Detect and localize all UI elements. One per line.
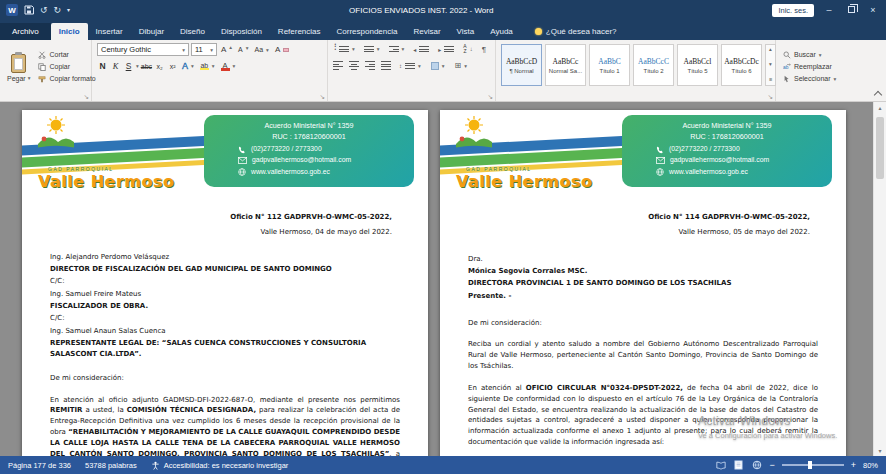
bold-button[interactable]: N <box>97 61 108 71</box>
paste-button[interactable]: Pegar▾ <box>5 43 32 90</box>
chevron-down-icon: ▾ <box>28 75 31 81</box>
minimize-button[interactable]: – <box>822 5 836 15</box>
word-window: W ↺ ↻ ▾ OFICIOS ENVIADOS INST. 2022 - Wo… <box>0 0 886 474</box>
font-color-button[interactable]: A▾ <box>219 61 238 72</box>
font-size-combo[interactable]: 11▾ <box>191 43 217 56</box>
multilevel-list-button[interactable]: ▾ <box>387 45 407 53</box>
italic-button[interactable]: K <box>110 61 121 71</box>
scroll-down-icon[interactable]: ▾ <box>874 447 886 454</box>
page-indicator[interactable]: Página 177 de 336 <box>8 461 71 470</box>
tab-dibujar[interactable]: Dibujar <box>131 23 172 40</box>
borders-button[interactable]: ⊞▾ <box>453 60 469 71</box>
shading-button[interactable]: ▾ <box>429 61 447 71</box>
style-titulo-2[interactable]: AaBbCcCTítulo 2 <box>633 44 674 86</box>
recipient-line: Ing. Samuel Anaun Salas Cuenca <box>50 326 400 337</box>
style-normal[interactable]: AaBbCcD¶ Normal <box>501 44 542 86</box>
group-parrafo: ▾ ▾ ▾ ◂ ▸ AZ↓ ¶ ↕▾ ▾ ⊞▾ ↘ <box>328 40 496 101</box>
web-layout-button[interactable] <box>751 460 762 471</box>
highlight-button[interactable]: ab▾ <box>198 61 217 72</box>
tab-vista[interactable]: Vista <box>449 23 483 40</box>
sort-button[interactable]: AZ↓ <box>461 43 474 55</box>
sign-in-button[interactable]: Inic. ses. <box>772 4 814 17</box>
document-page-2[interactable]: GAD PARROQUIAL Valle Hermoso Acuerdo Min… <box>440 110 846 456</box>
read-mode-button[interactable] <box>715 460 726 471</box>
page1-text: Oficio N° 112 GADPRVH-O-WMC-05-2022, Val… <box>22 202 428 456</box>
letterhead-contact-box: Acuerdo Ministerial N° 1359 RUC : 176812… <box>622 115 832 187</box>
strikethrough-button[interactable]: abc <box>141 63 152 70</box>
copy-button[interactable]: Copiar <box>36 62 97 72</box>
superscript-button[interactable]: x² <box>167 63 178 70</box>
increase-indent-button[interactable]: ▸ <box>436 45 456 54</box>
tab-insertar[interactable]: Insertar <box>88 23 131 40</box>
tab-diseno[interactable]: Diseño <box>172 23 213 40</box>
align-right-button[interactable] <box>365 61 375 70</box>
restore-button[interactable] <box>844 5 858 15</box>
select-button[interactable]: Seleccionar▾ <box>781 74 838 84</box>
tab-disposicion[interactable]: Disposición <box>213 23 270 40</box>
shrink-font-button[interactable]: A▾ <box>236 45 250 54</box>
gallery-up-icon[interactable]: ▴ <box>769 46 772 54</box>
style-titulo-6[interactable]: AaBbCcDcTítulo 6 <box>721 44 762 86</box>
accessibility-checker[interactable]: Accesibilidad: es necesario investigar <box>151 461 289 470</box>
search-icon <box>783 51 791 59</box>
scroll-up-icon[interactable]: ▴ <box>874 104 886 111</box>
undo-icon[interactable]: ↺ <box>40 6 48 15</box>
tab-referencias[interactable]: Referencias <box>270 23 329 40</box>
word-count[interactable]: 53788 palabras <box>85 461 137 470</box>
bullets-button[interactable]: ▾ <box>333 45 357 53</box>
tab-revisar[interactable]: Revisar <box>405 23 448 40</box>
tab-inicio[interactable]: Inicio <box>51 23 88 40</box>
vertical-scrollbar[interactable]: ▴ ▾ <box>873 102 886 456</box>
underline-button[interactable]: S <box>123 61 134 71</box>
find-button[interactable]: Buscar▾ <box>781 50 838 60</box>
zoom-out-button[interactable]: − <box>769 461 774 470</box>
style-titulo-1[interactable]: AaBbCTítulo 1 <box>589 44 630 86</box>
subscript-button[interactable]: x₂ <box>154 63 165 70</box>
zoom-slider[interactable] <box>782 464 844 466</box>
align-center-button[interactable] <box>349 61 359 70</box>
phone-icon <box>238 146 246 154</box>
ruc-number: RUC : 1768120600001 <box>214 132 404 143</box>
decrease-indent-button[interactable]: ◂ <box>411 45 431 54</box>
clipboard-dialog-launcher-icon[interactable]: ↘ <box>84 94 89 101</box>
grow-font-button[interactable]: A▴ <box>219 45 234 55</box>
tell-me-search[interactable]: ¿Qué desea hacer? <box>535 27 617 40</box>
shading-icon <box>431 62 439 70</box>
tab-ayuda[interactable]: Ayuda <box>482 23 521 40</box>
scrollbar-thumb[interactable] <box>876 117 884 179</box>
save-icon[interactable] <box>24 5 34 15</box>
underline-options-icon[interactable]: ▾ <box>136 63 139 69</box>
zoom-slider-thumb[interactable] <box>808 461 812 469</box>
font-family-combo[interactable]: Century Gothic▾ <box>97 43 189 56</box>
show-marks-button[interactable]: ¶ <box>480 44 488 55</box>
numbering-button[interactable]: ▾ <box>362 45 382 53</box>
font-dialog-launcher-icon[interactable]: ↘ <box>320 94 325 101</box>
style-normal-sa[interactable]: AaBbCcNormal Sa... <box>545 44 586 86</box>
clear-formatting-button[interactable]: A <box>273 44 291 55</box>
recipient-line: Ing. Alejandro Perdomo Velásquez <box>50 252 400 263</box>
justify-button[interactable] <box>381 61 391 70</box>
format-painter-button[interactable]: Copiar formato <box>36 74 97 84</box>
text-effects-button[interactable]: A▾ <box>180 60 196 72</box>
gallery-more-icon[interactable]: ≡ <box>769 76 772 84</box>
styles-dialog-launcher-icon[interactable]: ↘ <box>768 94 773 101</box>
collapse-ribbon-button[interactable] <box>870 40 886 101</box>
zoom-level[interactable]: 80% <box>863 461 878 470</box>
gallery-down-icon[interactable]: ▾ <box>769 61 772 69</box>
cut-button[interactable]: Cortar <box>36 50 97 60</box>
replace-button[interactable]: ab Reemplazar <box>781 62 838 72</box>
line-spacing-button[interactable]: ↕▾ <box>397 62 423 70</box>
tab-archivo[interactable]: Archivo <box>0 23 51 40</box>
recipient-block: Ing. Alejandro Perdomo Velásquez DIRECTO… <box>50 252 400 360</box>
style-titulo-5[interactable]: AaBbCclTítulo 5 <box>677 44 718 86</box>
align-left-button[interactable] <box>333 61 343 70</box>
paragraph-dialog-launcher-icon[interactable]: ↘ <box>488 94 493 101</box>
close-button[interactable]: × <box>866 5 880 15</box>
document-page-1[interactable]: GAD PARROQUIAL Valle Hermoso Acuerdo Min… <box>22 110 428 456</box>
page-indicator-label: Página 177 de 336 <box>8 461 71 470</box>
zoom-in-button[interactable]: + <box>851 461 856 470</box>
change-case-button[interactable]: Aa▾ <box>253 45 271 54</box>
tab-correspondencia[interactable]: Correspondencia <box>329 23 406 40</box>
redo-icon[interactable]: ↻ <box>54 6 62 15</box>
print-layout-button[interactable] <box>733 460 744 471</box>
